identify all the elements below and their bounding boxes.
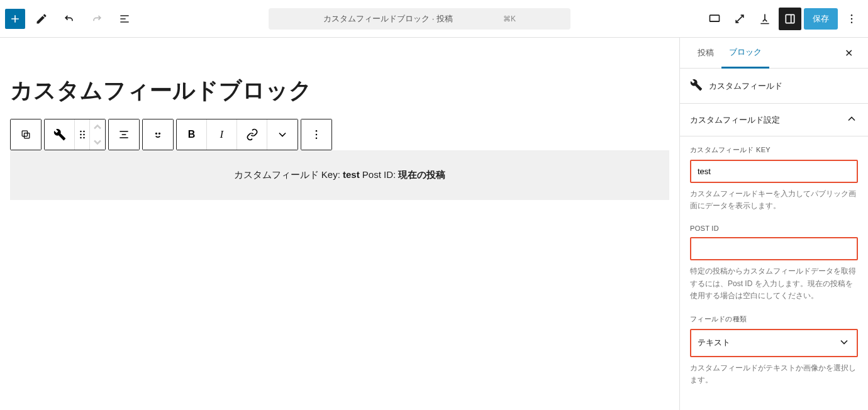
type-field-label: フィールドの種類: [690, 314, 858, 324]
settings-sidebar: 投稿 ブロック ✕ カスタムフィールド カスタムフィールド設定 カスタムフィール…: [679, 38, 868, 410]
tab-post[interactable]: 投稿: [690, 38, 721, 67]
type-field-value: テキスト: [698, 337, 730, 348]
svg-point-12: [83, 137, 85, 139]
bold-button[interactable]: B: [177, 119, 207, 150]
more-rich-text-button[interactable]: [267, 119, 298, 150]
post-title[interactable]: カスタムフィールドブロック: [10, 75, 669, 106]
block-key-value: test: [343, 169, 360, 180]
svg-point-10: [83, 134, 85, 136]
svg-rect-0: [710, 15, 720, 21]
block-parent-button[interactable]: [11, 119, 41, 150]
publish-panel-button[interactable]: [754, 8, 776, 30]
preview-button[interactable]: [728, 8, 751, 30]
save-button[interactable]: 保存: [804, 8, 838, 30]
settings-sidebar-button[interactable]: [779, 8, 801, 30]
svg-point-7: [80, 131, 82, 133]
postid-field-label: POST ID: [690, 224, 858, 232]
block-toolbar: B I: [10, 119, 669, 150]
svg-rect-6: [22, 131, 27, 136]
key-field-input[interactable]: [690, 160, 858, 183]
topbar-left: [5, 8, 136, 30]
block-name: カスタムフィールド: [709, 80, 782, 92]
svg-point-8: [83, 131, 85, 133]
svg-point-11: [80, 137, 82, 139]
panel-section-body: カスタムフィールド KEY カスタムフィールドキーを入力してパブリック画面にデー…: [680, 136, 868, 407]
view-desktop-button[interactable]: [703, 8, 726, 30]
edit-mode-button[interactable]: [30, 8, 53, 30]
svg-point-17: [316, 138, 318, 140]
italic-button[interactable]: I: [207, 119, 237, 150]
type-field-select[interactable]: テキスト: [690, 329, 858, 357]
topbar-right: 保存: [703, 8, 863, 30]
block-post-value: 現在の投稿: [398, 169, 445, 180]
svg-point-9: [80, 134, 82, 136]
postid-field-help: 特定の投稿からカスタムフィールドデータを取得するには、Post ID を入力しま…: [690, 265, 858, 302]
chevron-up-icon: [845, 113, 858, 127]
svg-rect-1: [786, 14, 794, 23]
svg-point-14: [159, 133, 160, 135]
svg-point-16: [316, 134, 318, 136]
block-label-prefix: カスタムフィールド Key:: [234, 169, 343, 180]
block-label-mid: Post ID:: [360, 169, 399, 180]
link-button[interactable]: [237, 119, 267, 150]
wrench-icon: [690, 79, 703, 93]
block-type-button[interactable]: [45, 119, 75, 150]
svg-point-15: [316, 130, 318, 132]
move-up-button[interactable]: [90, 119, 105, 135]
block-card: カスタムフィールド: [680, 69, 868, 104]
command-shortcut: ⌘K: [503, 14, 516, 23]
undo-button[interactable]: [58, 8, 81, 30]
topbar-center: カスタムフィールドブロック · 投稿 ⌘K: [136, 8, 703, 30]
editor-canvas[interactable]: カスタムフィールドブロック: [0, 38, 679, 410]
key-field-help: カスタムフィールドキーを入力してパブリック画面にデータを表示します。: [690, 188, 858, 212]
tab-block[interactable]: ブロック: [721, 38, 769, 69]
document-overview-button[interactable]: [113, 8, 136, 30]
document-title-bar[interactable]: カスタムフィールドブロック · 投稿 ⌘K: [269, 8, 570, 30]
drag-handle[interactable]: [75, 119, 90, 150]
main: カスタムフィールドブロック: [0, 38, 868, 410]
more-options-button[interactable]: [840, 8, 863, 30]
document-title: カスタムフィールドブロック · 投稿: [323, 13, 453, 25]
svg-point-13: [156, 133, 157, 135]
key-field-label: カスタムフィールド KEY: [690, 145, 858, 155]
custom-field-block[interactable]: カスタムフィールド Key: test Post ID: 現在の投稿: [10, 150, 669, 200]
svg-rect-5: [25, 133, 30, 138]
topbar: カスタムフィールドブロック · 投稿 ⌘K 保存: [0, 0, 868, 38]
close-sidebar-button[interactable]: ✕: [840, 42, 858, 64]
chevron-down-icon: [838, 336, 850, 350]
panel-section-title: カスタムフィールド設定: [690, 114, 780, 126]
block-more-button[interactable]: [301, 119, 331, 150]
redo-button[interactable]: [86, 8, 108, 30]
svg-point-4: [851, 21, 853, 23]
svg-point-2: [851, 14, 853, 16]
align-button[interactable]: [109, 119, 139, 150]
sidebar-tabs: 投稿 ブロック ✕: [680, 38, 868, 69]
emoji-button[interactable]: [143, 119, 173, 150]
move-down-button[interactable]: [90, 135, 105, 150]
panel-section-header[interactable]: カスタムフィールド設定: [680, 104, 868, 136]
add-block-button[interactable]: [5, 9, 25, 29]
svg-point-3: [851, 18, 853, 19]
type-field-help: カスタムフィールドがテキストか画像かを選択します。: [690, 362, 858, 386]
postid-field-input[interactable]: [690, 237, 858, 260]
